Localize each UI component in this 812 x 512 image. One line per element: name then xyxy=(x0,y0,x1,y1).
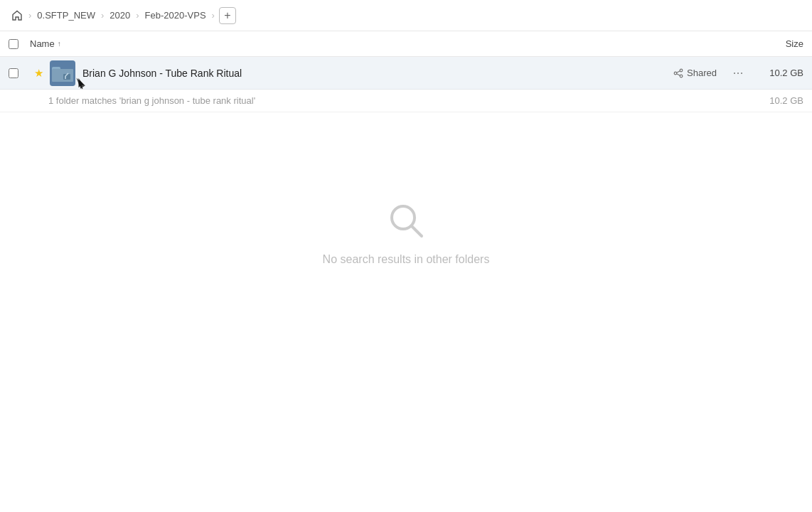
folder-svg-icon xyxy=(52,65,73,82)
summary-row: 1 folder matches 'brian g johnson - tube… xyxy=(0,90,812,112)
breadcrumb-item-0sftp[interactable]: 0.SFTP_NEW xyxy=(34,9,98,22)
empty-state-message: No search results in other folders xyxy=(323,253,490,266)
more-options-button[interactable]: ··· xyxy=(728,63,748,83)
breadcrumb-bar: › 0.SFTP_NEW › 2020 › Feb-2020-VPS › + xyxy=(0,0,812,31)
svg-point-7 xyxy=(680,69,683,72)
column-header: Name ↑ Size xyxy=(0,31,812,57)
home-icon xyxy=(11,10,23,21)
breadcrumb-item-feb2020vps[interactable]: Feb-2020-VPS xyxy=(142,9,209,22)
row-checkbox[interactable] xyxy=(9,68,18,78)
sort-arrow-icon: ↑ xyxy=(58,40,61,48)
share-link-icon xyxy=(673,68,683,78)
breadcrumb-sep-4: › xyxy=(212,10,215,21)
file-size: 10.2 GB xyxy=(754,68,803,78)
breadcrumb-sep-3: › xyxy=(136,10,139,21)
name-column-header[interactable]: Name ↑ xyxy=(30,38,732,49)
search-empty-svg xyxy=(386,201,426,240)
home-button[interactable] xyxy=(9,7,26,24)
select-all-checkbox[interactable] xyxy=(9,39,30,49)
svg-point-6 xyxy=(674,72,677,75)
file-row[interactable]: ★ Brian G Johnson - Tube Rank Ritual Sha… xyxy=(0,57,812,90)
empty-search-icon xyxy=(383,198,429,243)
shared-badge: Shared xyxy=(673,68,717,78)
folder-icon-inner xyxy=(50,60,75,86)
svg-line-12 xyxy=(412,226,422,236)
add-breadcrumb-button[interactable]: + xyxy=(219,7,236,24)
breadcrumb-item-2020[interactable]: 2020 xyxy=(107,9,133,22)
checkbox-all[interactable] xyxy=(9,39,18,49)
star-icon[interactable]: ★ xyxy=(30,67,47,80)
file-name: Brian G Johnson - Tube Rank Ritual xyxy=(82,68,673,79)
svg-line-9 xyxy=(677,70,680,72)
svg-line-10 xyxy=(677,73,680,75)
breadcrumb-sep-2: › xyxy=(101,10,104,21)
summary-size: 10.2 GB xyxy=(769,95,803,106)
svg-point-8 xyxy=(680,75,683,78)
size-column-header: Size xyxy=(732,38,803,49)
summary-text: 1 folder matches 'brian g johnson - tube… xyxy=(48,95,255,106)
row-checkbox-container[interactable] xyxy=(9,68,30,78)
empty-state: No search results in other folders xyxy=(0,198,812,266)
folder-icon-container xyxy=(50,60,75,86)
breadcrumb-sep-1: › xyxy=(28,10,31,21)
